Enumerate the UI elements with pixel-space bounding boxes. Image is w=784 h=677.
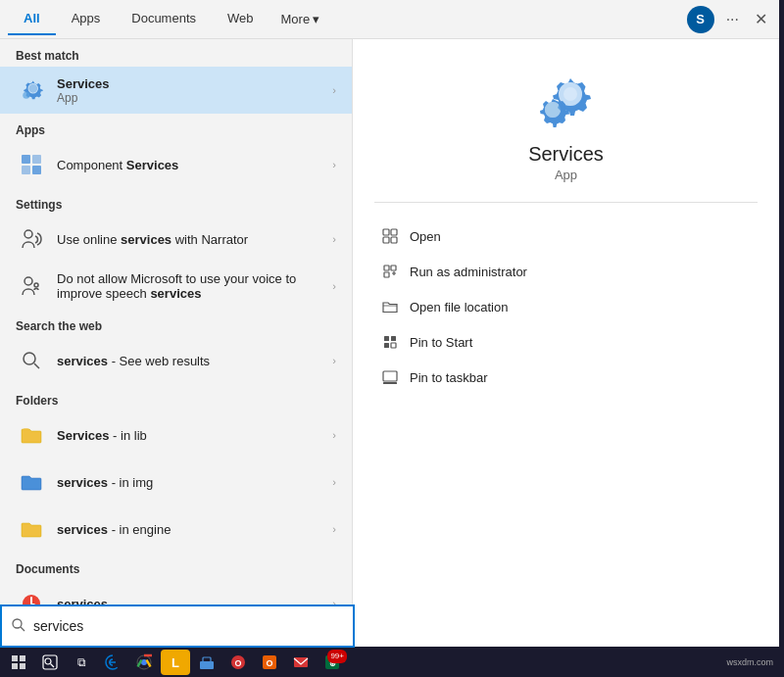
svg-point-14: [564, 87, 577, 101]
component-services-text: Component Services: [57, 158, 332, 172]
narrator-icon: [16, 223, 47, 255]
action-pin-start-label: Pin to Start: [410, 335, 472, 350]
action-admin-label: Run as administrator: [410, 265, 527, 279]
svg-rect-21: [391, 266, 396, 270]
search-bar: [0, 604, 355, 648]
app-detail-type: App: [555, 168, 577, 182]
taskbar-search-button[interactable]: [35, 650, 65, 675]
pin-start-icon: [380, 332, 400, 352]
svg-rect-32: [20, 655, 25, 661]
svg-point-8: [34, 283, 38, 287]
narrator-settings-item[interactable]: Use online services with Narrator ›: [0, 216, 352, 263]
action-pin-taskbar[interactable]: Pin to taskbar: [368, 360, 763, 395]
action-file-location-label: Open file location: [410, 300, 508, 314]
component-services-icon: [16, 149, 47, 180]
folder-img-item[interactable]: services - in img ›: [0, 459, 352, 506]
folder-lib-icon: [16, 419, 47, 451]
folder-lib-item[interactable]: Services - in lib ›: [0, 411, 352, 459]
action-pin-start[interactable]: Pin to Start: [368, 324, 763, 360]
svg-line-37: [51, 664, 55, 668]
svg-rect-22: [384, 272, 389, 277]
svg-rect-34: [20, 663, 25, 669]
chrome-button[interactable]: [129, 650, 159, 675]
svg-rect-18: [383, 237, 389, 243]
close-button[interactable]: ✕: [751, 6, 771, 32]
admin-icon: [380, 262, 400, 281]
speech-settings-item[interactable]: Do not allow Microsoft to use your voice…: [0, 263, 352, 310]
tab-more[interactable]: More ▾: [270, 4, 332, 34]
app6-button[interactable]: O: [223, 650, 253, 675]
services-icon: [16, 74, 47, 106]
folder-open-icon: [380, 297, 400, 316]
svg-rect-31: [12, 655, 18, 661]
svg-rect-33: [12, 663, 18, 669]
action-pin-taskbar-label: Pin to taskbar: [410, 370, 488, 385]
narrator-text: Use online services with Narrator: [57, 232, 332, 247]
folder-lib-text: Services - in lib: [57, 428, 332, 443]
web-search-item[interactable]: services - See web results ›: [0, 337, 352, 384]
action-admin[interactable]: Run as administrator: [368, 254, 763, 289]
svg-text:O: O: [266, 658, 272, 668]
svg-rect-27: [383, 371, 397, 381]
tab-apps[interactable]: Apps: [56, 3, 117, 35]
chevron-right-icon-7: ›: [332, 476, 336, 488]
chevron-right-icon-6: ›: [332, 429, 336, 441]
notification-count-badge: 99+: [327, 650, 347, 663]
mail-button[interactable]: [286, 650, 316, 675]
best-match-header: Best match: [0, 39, 352, 67]
chevron-right-icon-8: ›: [332, 523, 336, 535]
svg-rect-46: [294, 657, 308, 667]
folder-engine-text: services - in engine: [57, 522, 332, 537]
chevron-right-icon-2: ›: [332, 159, 336, 170]
svg-line-30: [21, 627, 24, 631]
task-view-button[interactable]: ⧉: [67, 650, 96, 675]
svg-rect-17: [391, 229, 397, 235]
search-window: All Apps Documents Web More ▾ S ··· ✕ Be…: [0, 0, 779, 647]
svg-point-29: [13, 619, 22, 628]
tab-web[interactable]: Web: [212, 3, 270, 35]
documents-section-header: Documents: [0, 553, 352, 580]
tabs-right: S ··· ✕: [687, 6, 771, 33]
launcher-button[interactable]: L: [161, 650, 190, 675]
svg-point-7: [24, 277, 32, 285]
folders-section-header: Folders: [0, 384, 352, 411]
svg-rect-11: [24, 428, 28, 430]
svg-point-6: [24, 230, 32, 238]
taskbar: ⧉ L O O: [0, 648, 784, 677]
app5-button[interactable]: [192, 650, 221, 675]
web-search-icon: [16, 345, 47, 376]
avatar-button[interactable]: S: [687, 6, 714, 33]
best-match-text: Services App: [57, 76, 332, 105]
action-file-location[interactable]: Open file location: [368, 289, 763, 324]
web-section-header: Search the web: [0, 310, 352, 337]
svg-rect-40: [200, 661, 214, 669]
svg-point-0: [28, 84, 37, 93]
notification-item[interactable]: ⊛ 99+: [318, 650, 347, 675]
svg-rect-5: [32, 166, 41, 174]
action-open[interactable]: Open: [368, 218, 763, 254]
chevron-right-icon-3: ›: [332, 233, 336, 245]
more-options-button[interactable]: ···: [722, 7, 743, 32]
svg-line-10: [34, 363, 39, 368]
tab-documents[interactable]: Documents: [116, 3, 212, 35]
chevron-right-icon-4: ›: [332, 280, 336, 292]
folder-engine-item[interactable]: services - in engine ›: [0, 506, 352, 553]
app7-button[interactable]: O: [255, 650, 284, 675]
speech-text: Do not allow Microsoft to use your voice…: [57, 271, 332, 301]
search-input[interactable]: [33, 618, 343, 634]
action-list: Open Run as administrator: [353, 218, 779, 395]
svg-point-9: [24, 353, 35, 364]
svg-point-15: [545, 102, 561, 118]
chevron-down-icon: ▾: [313, 12, 319, 26]
action-open-label: Open: [410, 229, 441, 244]
taskbar-tray: wsxdm.com: [723, 657, 780, 667]
edge-button[interactable]: [98, 650, 127, 675]
component-services-item[interactable]: Component Services ›: [0, 141, 352, 188]
chevron-right-icon-5: ›: [332, 355, 336, 366]
svg-rect-16: [383, 229, 389, 235]
pin-taskbar-icon: [380, 367, 400, 387]
best-match-services[interactable]: Services App ›: [0, 67, 352, 114]
tab-all[interactable]: All: [8, 3, 56, 35]
start-button[interactable]: [4, 650, 33, 675]
app-detail-icon: [535, 69, 598, 131]
